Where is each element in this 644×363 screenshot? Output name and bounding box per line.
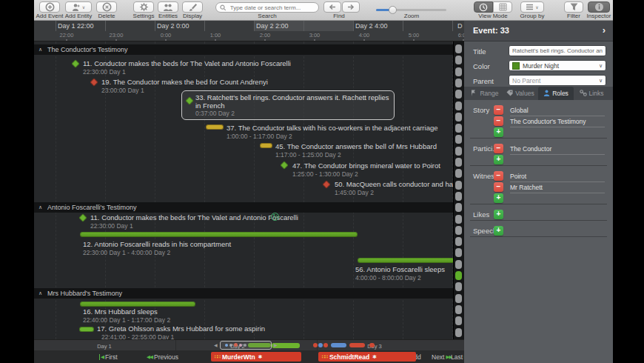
add-entity-button[interactable]: ∨ xyxy=(65,1,92,13)
offscreen-event-pill[interactable] xyxy=(455,316,462,325)
add-event-button[interactable] xyxy=(39,1,60,13)
event-marker[interactable] xyxy=(80,302,195,307)
collapse-section-icon[interactable]: ∧ xyxy=(38,202,42,213)
event-title[interactable]: 56. Antonio Foscarelli sleeps xyxy=(355,265,445,273)
color-select[interactable]: Murder Night ∨ xyxy=(509,60,606,71)
group-by-button[interactable]: ∨ xyxy=(520,1,544,13)
offscreen-event-pill[interactable] xyxy=(455,305,462,314)
collapse-section-icon[interactable]: ∧ xyxy=(38,288,42,299)
offscreen-event-pill[interactable] xyxy=(455,248,462,257)
view-mode-timeline-button[interactable] xyxy=(474,1,493,13)
event-marker[interactable] xyxy=(206,124,224,130)
offscreen-event-pill[interactable] xyxy=(455,113,462,121)
filter-button[interactable] xyxy=(564,1,583,13)
offscreen-event-pill[interactable] xyxy=(455,135,462,144)
offscreen-event-pill[interactable] xyxy=(455,282,462,291)
event-title[interactable]: 47. The Condutor brings mineral water to… xyxy=(292,161,440,170)
offscreen-event-pill[interactable] xyxy=(455,90,462,99)
bookmark-first-button[interactable]: ◀ First xyxy=(98,353,118,361)
collapse-section-icon[interactable]: ∧ xyxy=(38,44,42,55)
add-role-button[interactable]: + xyxy=(494,127,503,137)
event-marker[interactable] xyxy=(358,258,453,263)
timeline-canvas[interactable]: The Conductor's Testimony∧11. Conductor … xyxy=(34,41,453,339)
minimap-strip[interactable]: Day 1Day 2Day 3◀▶ xyxy=(34,339,464,350)
event-marker[interactable] xyxy=(78,213,87,222)
offscreen-event-pill[interactable] xyxy=(455,215,462,224)
minimap-scroll-right-icon[interactable]: ▶ xyxy=(274,342,278,347)
section-header[interactable]: Antonio Foscarelli's Testimony∧ xyxy=(34,202,453,213)
tab-range[interactable]: Range xyxy=(467,87,503,100)
tab-values[interactable]: Values xyxy=(503,87,538,100)
offscreen-event-pill[interactable] xyxy=(455,226,462,235)
event-item-selected[interactable]: 33. Ratchett's bell rings. Conductor ans… xyxy=(181,90,395,120)
event-title[interactable]: 45. The Conductor answers the bell of Mr… xyxy=(275,142,437,150)
entities-button[interactable] xyxy=(158,1,178,13)
offscreen-event-pill[interactable] xyxy=(455,294,462,303)
offscreen-event-pill[interactable] xyxy=(455,79,462,87)
tab-roles[interactable]: Roles xyxy=(538,87,574,100)
remove-role-button[interactable]: − xyxy=(494,144,503,153)
search-input[interactable] xyxy=(229,4,315,12)
bookmark-previous-button[interactable]: ◀◀ Previous xyxy=(145,353,178,361)
minimap-viewport[interactable] xyxy=(220,341,272,350)
event-title[interactable]: 16. Mrs Hubbard sleeps xyxy=(83,307,158,316)
event-marker[interactable] xyxy=(322,180,330,188)
offscreen-event-pill[interactable] xyxy=(455,101,462,110)
event-title[interactable]: 11. Conductor makes the beds for The Val… xyxy=(90,213,298,222)
add-role-button[interactable]: + xyxy=(494,226,503,236)
bookmark-chip[interactable]: ∷∷SchmidtRead✱ xyxy=(318,352,416,362)
offscreen-event-pill[interactable] xyxy=(455,271,462,280)
offscreen-event-pill[interactable] xyxy=(455,124,462,133)
collapse-panel-icon[interactable]: › xyxy=(603,24,606,36)
find-previous-button[interactable] xyxy=(323,1,341,13)
offscreen-event-pill[interactable] xyxy=(455,56,462,64)
offscreen-event-pill[interactable] xyxy=(455,147,462,156)
offscreen-event-pill[interactable] xyxy=(455,203,462,212)
event-title[interactable]: 37. The Conductor talks with his co-work… xyxy=(227,124,438,132)
offscreen-events-scrollbar[interactable] xyxy=(454,41,464,339)
event-title[interactable]: 17. Greta Ohlsson asks Mrs Hubbard for s… xyxy=(97,324,265,333)
event-marker[interactable] xyxy=(260,143,272,148)
event-title[interactable]: 19. The Conductor makes the bed for Coun… xyxy=(101,78,268,86)
event-marker[interactable] xyxy=(80,232,358,237)
offscreen-event-pill[interactable] xyxy=(455,67,462,76)
add-role-button[interactable]: + xyxy=(494,155,503,164)
search-field[interactable] xyxy=(215,2,319,13)
bookmark-action-icon[interactable]: ✱ xyxy=(258,354,263,360)
event-title-input[interactable] xyxy=(509,45,606,56)
offscreen-event-pill[interactable] xyxy=(455,44,462,53)
remove-role-button[interactable]: − xyxy=(494,105,503,115)
event-marker[interactable] xyxy=(90,78,98,86)
offscreen-event-pill[interactable] xyxy=(455,328,462,337)
parent-select[interactable]: No Parent ∨ xyxy=(509,75,606,86)
minimap-scroll-left-icon[interactable]: ◀ xyxy=(214,342,218,347)
timeline-ruler[interactable]: 22:0023:000:001:002:003:004:005:006:00Da… xyxy=(34,21,464,41)
add-role-button[interactable]: + xyxy=(494,193,503,203)
display-button[interactable] xyxy=(182,1,203,13)
event-title[interactable]: 12. Antonio Foscarelli reads in his comp… xyxy=(83,240,231,248)
event-title[interactable]: 11. Conductor makes the beds for The Val… xyxy=(83,59,291,67)
add-role-button[interactable]: + xyxy=(494,210,503,219)
settings-button[interactable] xyxy=(133,1,154,13)
tab-links[interactable]: Links xyxy=(574,87,609,100)
offscreen-event-pill[interactable] xyxy=(455,158,462,167)
offscreen-event-pill[interactable] xyxy=(455,192,462,201)
event-marker[interactable] xyxy=(71,59,79,67)
event-title[interactable]: 50. MacQueen calls conductor and has him… xyxy=(335,180,453,188)
remove-role-button[interactable]: − xyxy=(494,116,503,126)
offscreen-event-pill[interactable] xyxy=(455,169,462,178)
offscreen-event-pill[interactable] xyxy=(455,237,462,246)
bookmark-action-icon[interactable]: ✱ xyxy=(372,354,377,360)
remove-role-button[interactable]: − xyxy=(494,182,503,192)
view-mode-grid-button[interactable] xyxy=(493,1,512,13)
zoom-slider[interactable] xyxy=(376,9,446,11)
remove-role-button[interactable]: − xyxy=(494,171,503,181)
section-header[interactable]: The Conductor's Testimony∧ xyxy=(34,44,453,55)
offscreen-event-pill[interactable] xyxy=(455,260,462,269)
find-next-button[interactable] xyxy=(342,1,360,13)
offscreen-event-pill[interactable] xyxy=(455,181,462,190)
event-marker[interactable] xyxy=(185,96,193,104)
event-marker[interactable] xyxy=(280,161,288,169)
delete-button[interactable] xyxy=(96,1,117,13)
bookmark-chip[interactable]: ∷∷MurderWtn✱ xyxy=(211,352,301,362)
